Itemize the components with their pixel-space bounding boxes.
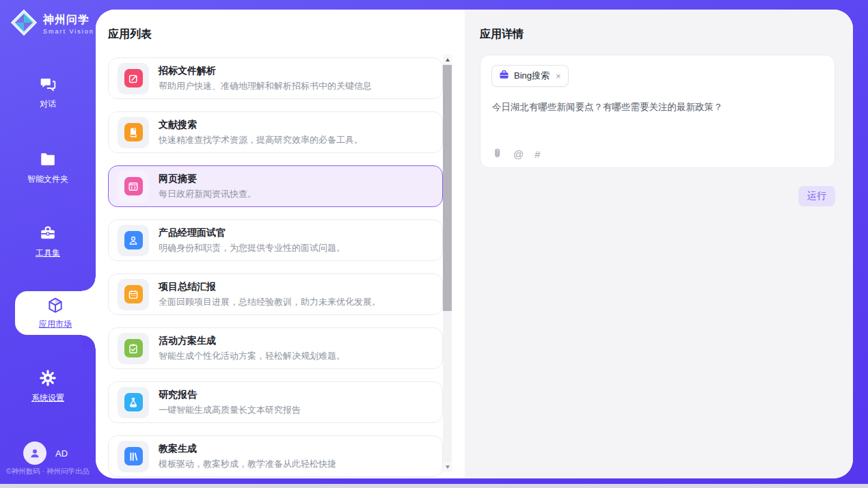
scrollbar-thumb[interactable] (443, 65, 452, 311)
app-card-list: 招标文件解析 帮助用户快速、准确地理解和解析招标书中的关键信息 文献搜索 快速精… (108, 57, 443, 477)
books-icon (124, 447, 143, 465)
user-profile[interactable]: AD (23, 442, 68, 465)
app-card-description: 智能生成个性化活动方案，轻松解决规划难题。 (159, 350, 345, 362)
scroll-down-button[interactable] (443, 462, 452, 472)
app-card-icon-container (118, 63, 149, 94)
app-detail-panel: 应用详情 Bing搜索 × 今日湖北有哪些新闻要点？有哪些需要关注的最新政策？ (465, 10, 853, 478)
hash-icon[interactable]: # (534, 149, 540, 159)
user-name: AD (55, 448, 68, 459)
sidebar-item-chat[interactable]: 对话 (0, 75, 96, 110)
sidebar-item-smart-folder[interactable]: 智能文件夹 (0, 150, 96, 185)
app-card-icon-container (118, 279, 149, 310)
sidebar-item-label: 对话 (40, 98, 56, 110)
briefcase-icon (499, 70, 509, 83)
app-card-icon-container (118, 171, 149, 202)
gear-icon (39, 369, 57, 387)
sidebar-item-label: 应用市场 (39, 318, 72, 330)
prompt-card[interactable]: Bing搜索 × 今日湖北有哪些新闻要点？有哪些需要关注的最新政策？ @ # (480, 55, 835, 168)
sidebar: 神州问学 Smart Vision 对话 智能文件夹 工具集 应用市场 系统设置… (0, 0, 96, 484)
calendar-icon (124, 285, 143, 303)
brand-logo: 神州问学 Smart Vision (10, 8, 94, 40)
app-card-icon-container (118, 441, 149, 472)
app-card-icon-container (118, 117, 149, 148)
app-card-description: 一键智能生成高质量长文本研究报告 (159, 404, 301, 416)
bottom-edge-strip (0, 484, 868, 488)
scroll-up-button[interactable] (443, 55, 452, 64)
app-card[interactable]: 文献搜索 快速精准查找学术资源，提高研究效率的必备工具。 (108, 111, 443, 153)
run-button[interactable]: 运行 (798, 186, 835, 206)
sidebar-item-label: 智能文件夹 (27, 174, 68, 185)
chat-icon (39, 75, 57, 93)
list-scrollbar[interactable] (443, 55, 452, 472)
app-card-description: 明确身份和职责，为您提供专业性的面试问题。 (159, 242, 345, 254)
app-root: { "sidebar": { "logo": { "title": "神州问学"… (0, 0, 868, 488)
app-list-panel: 应用列表 招标文件解析 帮助用户快速、准确地理解和解析招标书中的关键信息 文献搜… (96, 10, 465, 478)
app-card-title: 招标文件解析 (159, 65, 372, 77)
tool-tag-bing-search[interactable]: Bing搜索 × (491, 65, 569, 87)
cube-icon (46, 297, 64, 314)
active-tab-bottom-fillet (82, 335, 96, 349)
copyright-footer: ©神州数码 · 神州问学出品 (0, 467, 96, 476)
sidebar-item-label: 系统设置 (31, 392, 64, 404)
research-icon (124, 393, 143, 411)
sidebar-item-toolset[interactable]: 工具集 (0, 224, 96, 259)
book-icon (124, 123, 143, 141)
app-list-title: 应用列表 (108, 27, 152, 42)
app-detail-title: 应用详情 (480, 27, 524, 42)
app-card-title: 活动方案生成 (159, 335, 345, 347)
app-card[interactable]: 研究报告 一键智能生成高质量长文本研究报告 (108, 381, 443, 423)
tool-tag-label: Bing搜索 (514, 70, 550, 82)
mention-icon[interactable]: @ (513, 149, 524, 159)
webpage-icon (124, 177, 143, 195)
app-card[interactable]: 项目总结汇报 全面回顾项目进展，总结经验教训，助力未来优化发展。 (108, 273, 443, 315)
prompt-text[interactable]: 今日湖北有哪些新闻要点？有哪些需要关注的最新政策？ (492, 100, 824, 114)
app-card-description: 每日政府新闻资讯快查。 (159, 188, 256, 200)
app-card[interactable]: 网页摘要 每日政府新闻资讯快查。 (108, 165, 443, 207)
paperclip-icon[interactable] (491, 147, 502, 161)
app-card-description: 快速精准查找学术资源，提高研究效率的必备工具。 (159, 134, 363, 146)
brand-diamond-icon (10, 8, 38, 40)
triangle-down-icon (446, 465, 450, 469)
sidebar-item-label: 工具集 (36, 247, 60, 259)
app-card-title: 教案生成 (159, 443, 336, 455)
app-card-icon-container (118, 225, 149, 256)
app-card-title: 产品经理面试官 (159, 227, 345, 239)
triangle-up-icon (446, 58, 450, 62)
app-card[interactable]: 招标文件解析 帮助用户快速、准确地理解和解析招标书中的关键信息 (108, 57, 443, 99)
app-card[interactable]: 活动方案生成 智能生成个性化活动方案，轻松解决规划难题。 (108, 327, 443, 369)
interviewer-icon (124, 231, 143, 249)
tag-close-icon[interactable]: × (556, 71, 561, 81)
app-card-title: 网页摘要 (159, 173, 256, 185)
toolbox-icon (39, 224, 57, 242)
active-tab-top-fillet (82, 277, 96, 291)
app-card-icon-container (118, 333, 149, 364)
main-content: 应用列表 招标文件解析 帮助用户快速、准确地理解和解析招标书中的关键信息 文献搜… (96, 10, 853, 478)
composer-toolbar: @ # (491, 147, 541, 161)
folder-icon (39, 150, 57, 168)
app-card-description: 模板驱动，教案秒成，教学准备从此轻松快捷 (159, 458, 336, 470)
app-card-title: 项目总结汇报 (159, 281, 381, 293)
app-card[interactable]: 教案生成 模板驱动，教案秒成，教学准备从此轻松快捷 (108, 435, 443, 477)
app-card[interactable]: 产品经理面试官 明确身份和职责，为您提供专业性的面试问题。 (108, 219, 443, 261)
sidebar-item-app-market[interactable]: 应用市场 (15, 291, 96, 335)
app-card-description: 帮助用户快速、准确地理解和解析招标书中的关键信息 (159, 80, 372, 92)
sidebar-item-system-settings[interactable]: 系统设置 (0, 369, 96, 404)
app-card-title: 文献搜索 (159, 119, 363, 131)
avatar[interactable] (23, 442, 46, 465)
edit-doc-icon (124, 69, 143, 87)
brand-subtitle: Smart Vision (43, 28, 94, 35)
brand-title: 神州问学 (43, 13, 94, 27)
clipboard-check-icon (124, 339, 143, 357)
app-card-icon-container (118, 387, 149, 418)
app-card-description: 全面回顾项目进展，总结经验教训，助力未来优化发展。 (159, 296, 381, 308)
app-card-title: 研究报告 (159, 389, 301, 401)
